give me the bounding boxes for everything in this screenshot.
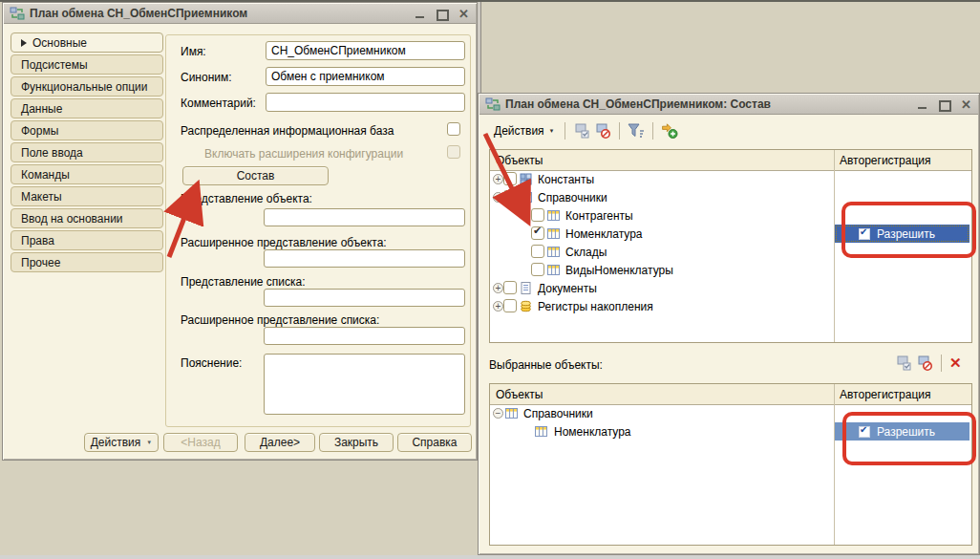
disable-autoregistration-icon[interactable] <box>594 123 611 139</box>
check-icon: ✔ <box>860 226 867 237</box>
synonym-label: Синоним: <box>181 71 232 84</box>
expand-icon[interactable]: + <box>493 283 503 293</box>
tree-row-spravochniki[interactable]: − ✔ Справочники <box>490 188 971 206</box>
row-checkbox[interactable] <box>503 172 517 185</box>
expand-icon[interactable]: + <box>493 174 503 184</box>
row-checkbox[interactable] <box>531 263 544 276</box>
next-button[interactable]: Далее> <box>245 433 315 452</box>
tree-row-konstanty[interactable]: + Константы <box>490 170 971 188</box>
autoregistration-value: Разрешить <box>877 425 935 439</box>
name-input[interactable] <box>266 41 465 60</box>
tab-vvod-na-osnovanii[interactable]: Ввод на основании <box>11 208 163 228</box>
catalog-icon <box>547 264 560 276</box>
tab-formy[interactable]: Формы <box>11 120 163 140</box>
row-checkbox-checked[interactable]: ✔ <box>531 226 544 240</box>
autoregistration-cell-selected[interactable]: ✔ Разрешить <box>835 225 969 243</box>
close-button[interactable]: ✕ <box>458 8 470 20</box>
autoregistration-checkbox[interactable]: ✔ <box>859 426 870 438</box>
back-button: <Назад <box>163 433 238 452</box>
tree-row-label: Регистры накопления <box>538 300 653 313</box>
row-checkbox-partial[interactable]: ✔ <box>503 190 517 204</box>
collapse-icon[interactable]: − <box>493 192 503 203</box>
tab-label: Прочее <box>21 256 60 269</box>
autoregistration-cell-selected[interactable]: ✔ Разрешить <box>835 422 969 441</box>
tab-prava[interactable]: Права <box>11 230 163 250</box>
constants-icon <box>520 173 532 185</box>
object-presentation-label: Представление объекта: <box>181 192 312 205</box>
tree-row-kontragenty[interactable]: Контрагенты <box>490 206 971 225</box>
catalog-icon <box>547 227 560 240</box>
tab-funkcionalnye-opcii[interactable]: Функциональные опции <box>11 76 163 97</box>
tab-prochee[interactable]: Прочее <box>11 252 163 272</box>
explanation-label: Пояснение: <box>181 356 242 370</box>
synonym-input[interactable] <box>266 67 465 86</box>
minimize-button[interactable] <box>414 8 426 20</box>
tree-row-nomenklatura[interactable]: ✔ Номенклатура ✔ Разрешить <box>490 225 971 243</box>
tab-osnovnye[interactable]: Основные <box>11 32 163 53</box>
catalog-icon <box>547 246 560 258</box>
toolbar-separator <box>565 122 565 140</box>
row-checkbox[interactable] <box>531 245 544 258</box>
tab-komandy[interactable]: Команды <box>11 164 163 184</box>
row-checkbox[interactable] <box>503 281 517 294</box>
right-window-titlebar[interactable]: План обмена СН_ОбменСПриемником: Состав … <box>479 95 978 115</box>
tab-dannye[interactable]: Данные <box>11 98 163 118</box>
composition-actions-label: Действия <box>494 124 544 138</box>
compose-button[interactable]: Состав <box>182 166 329 185</box>
maximize-button[interactable] <box>436 8 448 20</box>
help-button[interactable]: Справка <box>397 433 472 452</box>
add-object-icon[interactable] <box>661 123 678 139</box>
minimize-button[interactable] <box>916 98 928 111</box>
exchange-plan-icon <box>485 97 501 111</box>
row-checkbox[interactable] <box>503 299 517 312</box>
extended-list-presentation-label: Расширенное представление списка: <box>181 313 379 327</box>
close-dialog-button-label: Закрыть <box>334 436 378 449</box>
left-window-titlebar[interactable]: План обмена СН_ОбменСПриемником ✕ <box>4 4 476 24</box>
collapse-icon[interactable]: − <box>493 408 503 419</box>
distributed-base-checkbox[interactable] <box>447 122 460 136</box>
exchange-plan-composition-window: План обмена СН_ОбменСПриемником: Состав … <box>478 93 980 555</box>
delete-icon[interactable]: ✕ <box>949 355 962 371</box>
back-button-label: <Назад <box>181 436 220 449</box>
enable-autoregistration-icon[interactable] <box>895 355 912 371</box>
accumulation-register-icon <box>520 300 532 312</box>
composition-actions-button[interactable]: Действия ▼ <box>490 121 559 140</box>
explanation-textarea[interactable] <box>264 354 465 415</box>
tab-makety[interactable]: Макеты <box>11 186 163 206</box>
check-icon: ✔ <box>860 424 867 435</box>
filter-icon[interactable] <box>628 123 645 139</box>
tab-pole-vvoda[interactable]: Поле ввода <box>11 142 163 162</box>
autoregistration-checkbox[interactable]: ✔ <box>859 228 870 240</box>
include-extensions-checkbox <box>447 145 460 159</box>
expand-icon[interactable]: + <box>493 301 503 312</box>
disable-autoregistration-icon[interactable] <box>916 355 933 371</box>
list-presentation-input[interactable] <box>264 289 465 307</box>
extended-list-presentation-input[interactable] <box>264 327 465 345</box>
tab-label: Подсистемы <box>21 58 88 72</box>
selected-row-spravochniki[interactable]: − Справочники <box>490 404 971 422</box>
tab-podsistemy[interactable]: Подсистемы <box>11 54 163 75</box>
selected-row-nomenklatura[interactable]: Номенклатура ✔ Разрешить <box>490 422 971 441</box>
tree-row-sklady[interactable]: Склады <box>490 243 971 261</box>
exchange-plan-properties-window: План обмена СН_ОбменСПриемником ✕ Основн… <box>2 2 478 461</box>
enable-autoregistration-icon[interactable] <box>573 123 590 139</box>
object-presentation-input[interactable] <box>264 208 465 226</box>
toolbar-separator <box>941 355 942 372</box>
tree-row-dokumenty[interactable]: + Документы <box>490 279 971 297</box>
objects-table: Объекты Авторегистрация + Константы − ✔ <box>489 149 972 343</box>
extended-object-presentation-label: Расширенное представление объекта: <box>181 236 387 249</box>
distributed-base-label: Распределенная информационная база <box>181 124 394 138</box>
close-button[interactable]: ✕ <box>960 98 972 111</box>
comment-input[interactable] <box>266 93 465 112</box>
tree-row-label: ВидыНоменклатуры <box>565 264 673 277</box>
close-dialog-button[interactable]: Закрыть <box>319 433 394 452</box>
actions-button[interactable]: Действия ▼ <box>84 433 159 452</box>
catalog-icon <box>547 209 560 222</box>
maximize-button[interactable] <box>938 98 950 111</box>
tree-row-vidynomenklatury[interactable]: ВидыНоменклатуры <box>490 261 971 279</box>
tree-row-registry-nakopleniya[interactable]: + Регистры накопления <box>490 297 971 315</box>
tab-label: Ввод на основании <box>21 212 123 226</box>
extended-object-presentation-input[interactable] <box>264 249 465 268</box>
toolbar-separator <box>652 122 653 140</box>
row-checkbox[interactable] <box>531 208 544 222</box>
